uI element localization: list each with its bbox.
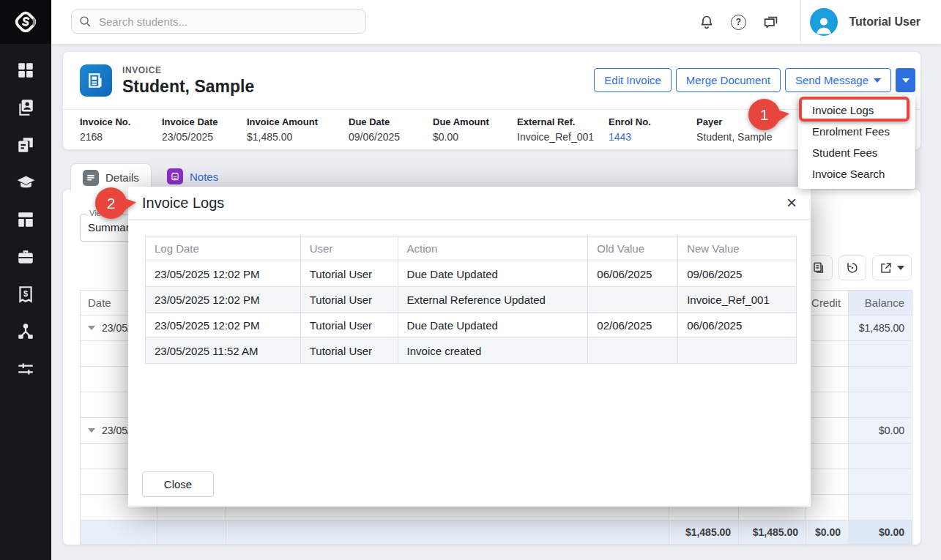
field-invoice-no: Invoice No.2168 [80,116,162,151]
menu-item-enrolment-fees[interactable]: Enrolment Fees [798,121,915,142]
person-icon [813,14,835,36]
copy-doc-icon [812,261,825,275]
menu-item-student-fees[interactable]: Student Fees [798,142,915,163]
collapse-icon[interactable] [88,428,95,433]
brand-logo-icon [12,9,39,35]
close-button[interactable]: Close [142,471,214,497]
total-credit: $0.00 [806,520,849,544]
search-box [71,10,366,34]
chat-icon [763,15,778,30]
sidebar-item-settings[interactable] [11,359,40,379]
search-input[interactable] [97,15,342,29]
avatar[interactable] [810,8,838,36]
sidebar-item-network[interactable] [11,321,40,342]
log-row: 23/05/2025 11:52 AM Tutorial User Invoic… [145,337,797,364]
field-enrol-no: Enrol No.1443 [609,116,696,151]
collapse-icon[interactable] [88,326,95,330]
sidebar-nav: $ [0,60,51,379]
invoice-dollar-icon: $ [16,285,35,304]
merge-document-button[interactable]: Merge Document [676,68,781,92]
export-icon [879,261,893,275]
col-balance: Balance [849,291,912,315]
sidebar-item-contacts[interactable] [11,97,40,118]
user-name: Tutorial User [849,15,921,29]
record-type-label: INVOICE [122,65,254,75]
sidebar-item-layout[interactable] [11,209,40,230]
field-due-amount: Due Amount$0.00 [433,116,517,151]
bell-icon [699,15,714,29]
annotation-step-2: 2 [95,187,127,219]
search-icon [79,15,92,28]
menu-item-invoice-search[interactable]: Invoice Search [798,163,915,184]
help-icon: ? [731,15,746,30]
topbar-divider [800,0,801,44]
network-icon [16,322,35,341]
details-doc-icon [83,170,99,186]
invoice-header-card: INVOICE Student, Sample Edit Invoice Mer… [62,51,921,150]
modal-title: Invoice Logs [142,195,224,212]
topbar: ? Tutorial User [51,0,941,44]
log-row: 23/05/2025 12:02 PM Tutorial User Extern… [145,286,797,312]
sliders-icon [16,359,35,378]
notes-clipboard-icon [167,168,183,184]
edit-invoice-button[interactable]: Edit Invoice [594,68,672,92]
export-toolbar-button[interactable] [872,255,912,280]
sidebar-item-academics[interactable] [11,172,40,193]
field-due-date: Due Date09/06/2025 [349,116,433,151]
chevron-down-icon [897,266,904,270]
history-icon [846,261,859,275]
table-toolbar [805,255,912,280]
sidebar: $ [0,0,51,560]
log-row: 23/05/2025 12:02 PM Tutorial User Due Da… [145,312,797,337]
send-message-menu: Invoice Logs Enrolment Fees Student Fees… [798,95,915,189]
invoice-header-top: INVOICE Student, Sample Edit Invoice Mer… [63,52,920,109]
graduation-cap-icon [16,173,36,193]
chevron-down-icon [902,78,910,83]
send-message-button[interactable]: Send Message [785,68,891,92]
field-invoice-date: Invoice Date23/05/2025 [162,116,247,151]
contacts-icon [16,98,35,117]
messages-button[interactable] [755,7,787,37]
help-button[interactable]: ? [723,7,755,37]
field-external-ref: External Ref.Invoice_Ref_001 [517,116,609,151]
invoice-doc-icon [80,64,112,97]
chevron-down-icon [874,78,881,83]
documents-icon [16,135,35,154]
close-icon[interactable]: × [786,194,797,212]
more-actions-button[interactable] [896,68,915,92]
logs-table-header: Log Date User Action Old Value New Value [145,236,797,261]
sidebar-item-services[interactable] [11,247,40,267]
total-amount: $1,485.00 [669,520,739,544]
briefcase-icon [16,247,35,266]
sidebar-item-billing[interactable]: $ [11,284,40,305]
totals-row: $1,485.00 $1,485.00 $0.00 $0.00 [80,520,912,545]
total-balance: $0.00 [849,520,912,544]
total-paid: $1,485.00 [739,520,806,544]
annotation-step-1: 1 [748,99,780,130]
field-invoice-amount: Invoice Amount$1,485.00 [247,116,349,151]
enrol-no-link[interactable]: 1443 [609,131,696,143]
layout-icon [16,210,35,229]
app-logo[interactable] [0,0,51,44]
topbar-actions: ? Tutorial User [691,0,941,44]
invoice-actions: Edit Invoice Merge Document Send Message [594,68,915,92]
col-credit: Credit [806,291,849,315]
menu-item-invoice-logs[interactable]: Invoice Logs [798,100,915,121]
notifications-button[interactable] [691,7,723,37]
sidebar-item-dashboard[interactable] [11,60,40,81]
app-window: $ ? [0,0,941,560]
page-title: Student, Sample [122,77,254,97]
sidebar-item-documents[interactable] [11,135,40,155]
tab-notes[interactable]: Notes [155,163,230,190]
invoice-logs-table: Log Date User Action Old Value New Value… [145,236,797,364]
dashboard-icon [16,61,35,80]
log-row: 23/05/2025 12:02 PM Tutorial User Due Da… [145,261,797,286]
history-toolbar-button[interactable] [838,255,866,280]
svg-text:$: $ [23,289,28,298]
modal-header: Invoice Logs × [128,187,811,220]
invoice-logs-modal: Invoice Logs × Log Date User Action Old … [128,187,811,507]
